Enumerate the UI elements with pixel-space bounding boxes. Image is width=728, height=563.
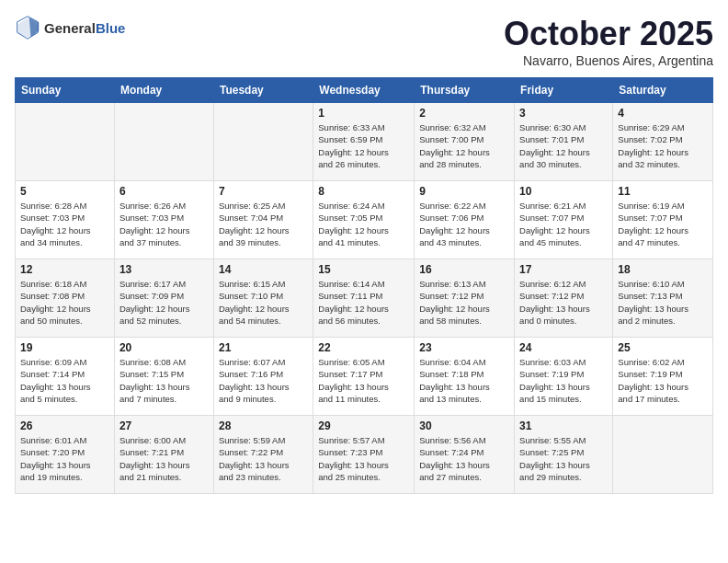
day-number: 20 — [119, 341, 209, 354]
title-section: October 2025 Navarro, Buenos Aires, Arge… — [504, 15, 713, 68]
logo-icon — [15, 15, 40, 40]
day-number: 7 — [219, 185, 308, 198]
day-info: Sunrise: 6:12 AM Sunset: 7:12 PM Dayligh… — [519, 278, 608, 327]
day-info: Sunrise: 6:32 AM Sunset: 7:00 PM Dayligh… — [419, 121, 509, 170]
day-cell — [613, 416, 713, 494]
day-cell: 26Sunrise: 6:01 AM Sunset: 7:20 PM Dayli… — [16, 416, 115, 494]
day-info: Sunrise: 6:26 AM Sunset: 7:03 PM Dayligh… — [119, 200, 209, 248]
location-text: Navarro, Buenos Aires, Argentina — [504, 53, 713, 68]
day-cell — [213, 103, 313, 181]
day-number: 3 — [519, 107, 608, 120]
day-info: Sunrise: 6:33 AM Sunset: 6:59 PM Dayligh… — [318, 121, 409, 170]
day-info: Sunrise: 6:19 AM Sunset: 7:07 PM Dayligh… — [618, 200, 708, 248]
day-number: 2 — [419, 107, 509, 120]
day-info: Sunrise: 6:25 AM Sunset: 7:04 PM Dayligh… — [219, 200, 308, 248]
header-row: SundayMondayTuesdayWednesdayThursdayFrid… — [16, 78, 713, 103]
header-cell-friday: Friday — [515, 78, 613, 103]
month-title: October 2025 — [504, 15, 713, 53]
day-info: Sunrise: 6:01 AM Sunset: 7:20 PM Dayligh… — [20, 434, 109, 483]
day-cell: 28Sunrise: 5:59 AM Sunset: 7:22 PM Dayli… — [213, 416, 313, 494]
page-header: General Blue October 2025 Navarro, Bueno… — [15, 15, 713, 68]
day-cell: 13Sunrise: 6:17 AM Sunset: 7:09 PM Dayli… — [114, 259, 213, 338]
day-cell: 11Sunrise: 6:19 AM Sunset: 7:07 PM Dayli… — [613, 181, 713, 259]
day-number: 26 — [20, 419, 109, 432]
day-info: Sunrise: 6:15 AM Sunset: 7:10 PM Dayligh… — [219, 278, 308, 327]
day-number: 30 — [419, 419, 509, 432]
day-number: 21 — [219, 341, 308, 354]
day-info: Sunrise: 6:00 AM Sunset: 7:21 PM Dayligh… — [119, 434, 209, 483]
day-cell: 17Sunrise: 6:12 AM Sunset: 7:12 PM Dayli… — [515, 259, 613, 338]
day-cell — [114, 103, 213, 181]
day-cell: 21Sunrise: 6:07 AM Sunset: 7:16 PM Dayli… — [213, 338, 313, 416]
day-cell: 10Sunrise: 6:21 AM Sunset: 7:07 PM Dayli… — [515, 181, 613, 259]
day-info: Sunrise: 6:18 AM Sunset: 7:08 PM Dayligh… — [20, 278, 109, 327]
day-info: Sunrise: 5:55 AM Sunset: 7:25 PM Dayligh… — [519, 434, 608, 483]
header-cell-tuesday: Tuesday — [213, 78, 313, 103]
header-cell-wednesday: Wednesday — [313, 78, 415, 103]
day-number: 6 — [119, 185, 209, 198]
day-info: Sunrise: 6:10 AM Sunset: 7:13 PM Dayligh… — [618, 278, 708, 327]
day-info: Sunrise: 5:59 AM Sunset: 7:22 PM Dayligh… — [219, 434, 308, 483]
day-info: Sunrise: 5:56 AM Sunset: 7:24 PM Dayligh… — [419, 434, 509, 483]
day-cell: 3Sunrise: 6:30 AM Sunset: 7:01 PM Daylig… — [515, 103, 613, 181]
day-cell: 24Sunrise: 6:03 AM Sunset: 7:19 PM Dayli… — [515, 338, 613, 416]
day-number: 31 — [519, 419, 608, 432]
day-cell: 8Sunrise: 6:24 AM Sunset: 7:05 PM Daylig… — [313, 181, 415, 259]
day-info: Sunrise: 6:29 AM Sunset: 7:02 PM Dayligh… — [618, 121, 708, 170]
day-cell: 2Sunrise: 6:32 AM Sunset: 7:00 PM Daylig… — [415, 103, 515, 181]
day-cell: 15Sunrise: 6:14 AM Sunset: 7:11 PM Dayli… — [313, 259, 415, 338]
day-number: 27 — [119, 419, 209, 432]
day-number: 10 — [519, 185, 608, 198]
day-number: 17 — [519, 263, 608, 276]
day-cell: 9Sunrise: 6:22 AM Sunset: 7:06 PM Daylig… — [415, 181, 515, 259]
day-info: Sunrise: 6:03 AM Sunset: 7:19 PM Dayligh… — [519, 356, 608, 405]
day-number: 13 — [119, 263, 209, 276]
day-number: 19 — [20, 341, 109, 354]
day-number: 11 — [618, 185, 708, 198]
week-row-1: 1Sunrise: 6:33 AM Sunset: 6:59 PM Daylig… — [16, 103, 713, 181]
day-number: 9 — [419, 185, 509, 198]
week-row-3: 12Sunrise: 6:18 AM Sunset: 7:08 PM Dayli… — [16, 259, 713, 338]
day-cell: 16Sunrise: 6:13 AM Sunset: 7:12 PM Dayli… — [415, 259, 515, 338]
day-info: Sunrise: 6:22 AM Sunset: 7:06 PM Dayligh… — [419, 200, 509, 248]
day-cell: 30Sunrise: 5:56 AM Sunset: 7:24 PM Dayli… — [415, 416, 515, 494]
day-cell — [16, 103, 115, 181]
day-info: Sunrise: 6:24 AM Sunset: 7:05 PM Dayligh… — [318, 200, 409, 248]
day-info: Sunrise: 6:09 AM Sunset: 7:14 PM Dayligh… — [20, 356, 109, 405]
day-cell: 5Sunrise: 6:28 AM Sunset: 7:03 PM Daylig… — [16, 181, 115, 259]
day-number: 12 — [20, 263, 109, 276]
day-number: 28 — [219, 419, 308, 432]
logo-general-text: General — [44, 20, 96, 36]
day-number: 24 — [519, 341, 608, 354]
header-cell-monday: Monday — [114, 78, 213, 103]
day-number: 4 — [618, 107, 708, 120]
day-info: Sunrise: 6:08 AM Sunset: 7:15 PM Dayligh… — [119, 356, 209, 405]
day-cell: 12Sunrise: 6:18 AM Sunset: 7:08 PM Dayli… — [16, 259, 115, 338]
header-cell-thursday: Thursday — [415, 78, 515, 103]
day-info: Sunrise: 6:28 AM Sunset: 7:03 PM Dayligh… — [20, 200, 109, 248]
day-number: 18 — [618, 263, 708, 276]
day-cell: 20Sunrise: 6:08 AM Sunset: 7:15 PM Dayli… — [114, 338, 213, 416]
day-info: Sunrise: 6:21 AM Sunset: 7:07 PM Dayligh… — [519, 200, 608, 248]
day-cell: 22Sunrise: 6:05 AM Sunset: 7:17 PM Dayli… — [313, 338, 415, 416]
day-info: Sunrise: 6:14 AM Sunset: 7:11 PM Dayligh… — [318, 278, 409, 327]
day-cell: 27Sunrise: 6:00 AM Sunset: 7:21 PM Dayli… — [114, 416, 213, 494]
day-info: Sunrise: 6:30 AM Sunset: 7:01 PM Dayligh… — [519, 121, 608, 170]
day-cell: 29Sunrise: 5:57 AM Sunset: 7:23 PM Dayli… — [313, 416, 415, 494]
day-number: 22 — [318, 341, 409, 354]
day-info: Sunrise: 6:05 AM Sunset: 7:17 PM Dayligh… — [318, 356, 409, 405]
logo-blue-text: Blue — [96, 20, 126, 36]
calendar-table: SundayMondayTuesdayWednesdayThursdayFrid… — [15, 77, 713, 494]
day-info: Sunrise: 6:02 AM Sunset: 7:19 PM Dayligh… — [618, 356, 708, 405]
day-number: 5 — [20, 185, 109, 198]
header-cell-saturday: Saturday — [613, 78, 713, 103]
day-cell: 25Sunrise: 6:02 AM Sunset: 7:19 PM Dayli… — [613, 338, 713, 416]
week-row-5: 26Sunrise: 6:01 AM Sunset: 7:20 PM Dayli… — [16, 416, 713, 494]
header-cell-sunday: Sunday — [16, 78, 115, 103]
day-number: 29 — [318, 419, 409, 432]
day-number: 16 — [419, 263, 509, 276]
day-info: Sunrise: 6:04 AM Sunset: 7:18 PM Dayligh… — [419, 356, 509, 405]
day-cell: 1Sunrise: 6:33 AM Sunset: 6:59 PM Daylig… — [313, 103, 415, 181]
day-info: Sunrise: 6:17 AM Sunset: 7:09 PM Dayligh… — [119, 278, 209, 327]
week-row-2: 5Sunrise: 6:28 AM Sunset: 7:03 PM Daylig… — [16, 181, 713, 259]
